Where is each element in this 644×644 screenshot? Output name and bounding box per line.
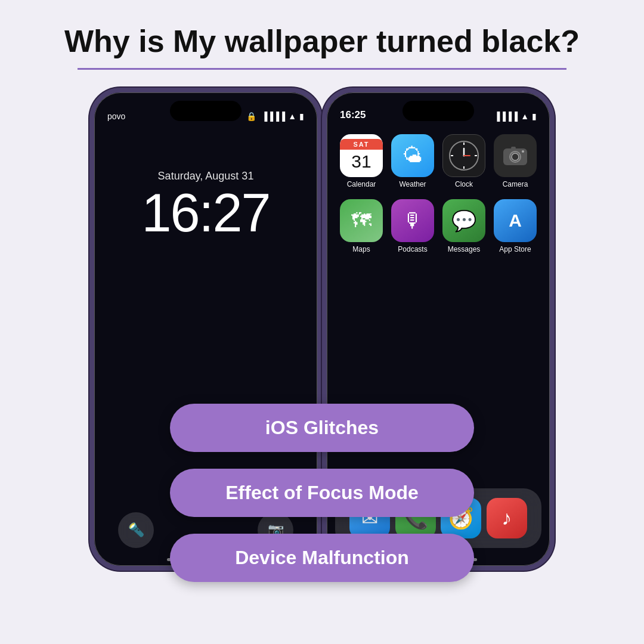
pill-label-1: iOS Glitches bbox=[265, 417, 379, 438]
dock-music[interactable]: ♪ bbox=[487, 498, 527, 538]
page-header: Why is My wallpaper turned black? bbox=[29, 24, 615, 70]
lock-date: Saturday, August 31 bbox=[158, 170, 254, 182]
calendar-icon: SAT 31 bbox=[340, 134, 383, 177]
appstore-icon: A bbox=[494, 199, 537, 242]
page-title: Why is My wallpaper turned black? bbox=[64, 24, 580, 60]
battery-icon-right: ▮ bbox=[532, 112, 537, 121]
pill-device-malfunction[interactable]: Device Malfunction bbox=[170, 534, 474, 582]
lock-time: 16:27 bbox=[141, 186, 270, 240]
svg-rect-11 bbox=[511, 147, 516, 149]
app-grid: SAT 31 Calendar 🌤 Weather bbox=[339, 134, 538, 253]
flashlight-icon: 🔦 bbox=[128, 522, 144, 538]
battery-icon: ▮ bbox=[299, 112, 304, 121]
app-item-calendar[interactable]: SAT 31 Calendar bbox=[339, 134, 384, 188]
app-label-weather: Weather bbox=[399, 180, 426, 188]
app-item-weather[interactable]: 🌤 Weather bbox=[390, 134, 435, 188]
phones-wrapper: povo 🔒 ▐▐▐▐ ▲ ▮ Saturday, August 31 16:2… bbox=[0, 88, 644, 571]
app-item-camera[interactable]: Camera bbox=[493, 134, 538, 188]
app-label-podcasts: Podcasts bbox=[398, 245, 427, 253]
wifi-icon-right: ▲ bbox=[521, 112, 529, 121]
messages-icon: 💬 bbox=[442, 199, 485, 242]
pill-focus-mode[interactable]: Effect of Focus Mode bbox=[170, 469, 474, 517]
lock-icon: 🔒 bbox=[246, 112, 256, 121]
app-item-messages[interactable]: 💬 Messages bbox=[441, 199, 487, 253]
app-label-clock: Clock bbox=[455, 180, 473, 188]
dynamic-island-right bbox=[402, 101, 474, 121]
pill-label-3: Device Malfunction bbox=[235, 547, 409, 568]
podcasts-icon: 🎙 bbox=[391, 199, 434, 242]
pills-overlay: iOS Glitches Effect of Focus Mode Device… bbox=[164, 404, 480, 582]
app-item-appstore[interactable]: A App Store bbox=[493, 199, 538, 253]
pill-label-2: Effect of Focus Mode bbox=[225, 482, 419, 503]
app-label-calendar: Calendar bbox=[347, 180, 376, 188]
camera-icon-app bbox=[494, 134, 537, 177]
pill-ios-glitches[interactable]: iOS Glitches bbox=[170, 404, 474, 452]
app-label-camera: Camera bbox=[503, 180, 528, 188]
svg-text:A: A bbox=[509, 210, 522, 230]
signal-icon: ▐▐▐▐ bbox=[261, 112, 285, 121]
status-icons-right: ▐▐▐▐ ▲ ▮ bbox=[494, 112, 537, 121]
signal-icon-right: ▐▐▐▐ bbox=[494, 112, 518, 121]
svg-point-10 bbox=[512, 153, 519, 160]
app-label-messages: Messages bbox=[448, 245, 481, 253]
app-label-maps: Maps bbox=[352, 245, 370, 253]
status-icons-left: ▐▐▐▐ ▲ ▮ bbox=[261, 112, 304, 121]
app-item-maps[interactable]: 🗺 Maps bbox=[339, 199, 384, 253]
maps-icon: 🗺 bbox=[340, 199, 383, 242]
app-item-podcasts[interactable]: 🎙 Podcasts bbox=[390, 199, 435, 253]
dynamic-island-left bbox=[170, 101, 242, 121]
svg-point-12 bbox=[522, 150, 524, 153]
clock-icon bbox=[442, 134, 485, 177]
flashlight-button[interactable]: 🔦 bbox=[118, 512, 154, 548]
wifi-icon: ▲ bbox=[288, 112, 296, 121]
weather-icon: 🌤 bbox=[391, 134, 434, 177]
app-label-appstore: App Store bbox=[499, 245, 531, 253]
app-item-clock[interactable]: Clock bbox=[441, 134, 487, 188]
title-underline bbox=[78, 68, 566, 70]
music-dock-icon: ♪ bbox=[487, 498, 527, 538]
home-time: 16:25 bbox=[340, 109, 366, 121]
